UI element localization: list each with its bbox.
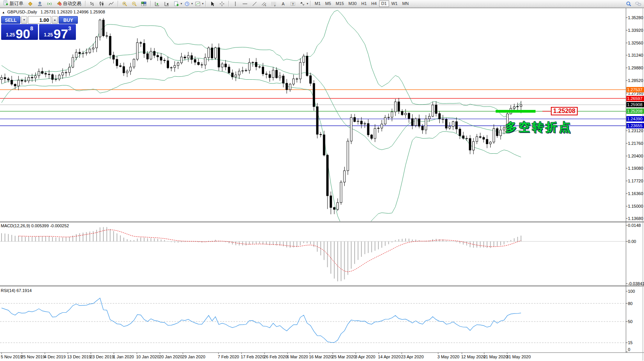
volume-decrease-button[interactable]: ▼ [21, 16, 27, 24]
price-level-tag: 1.27537 [626, 87, 644, 92]
price-axis-label: 1.28520 [628, 78, 643, 83]
price-axis-label: 1.29880 [628, 66, 643, 70]
sell-price-display[interactable]: 1.25 90 8 [1, 24, 38, 40]
bollinger-upper-band [2, 10, 521, 117]
candlestick-series [1, 18, 522, 214]
volume-input[interactable] [28, 16, 51, 24]
date-axis-label: 6 Mar 2020 [287, 354, 308, 359]
date-axis-label: 23 Dec 2019 [90, 354, 114, 359]
date-axis-label: 31 May 2020 [506, 354, 531, 359]
date-axis-label: 10 Jan 2020 [136, 354, 159, 359]
price-axis-label: 1.32560 [628, 41, 643, 45]
price-level-tag: 1.23655 [626, 123, 644, 128]
date-axis-label: 3 May 2020 [437, 354, 459, 359]
date-axis-label: 12 May 2020 [461, 354, 486, 359]
macd-scale-label: 0.00 [628, 239, 636, 244]
sell-button[interactable]: SELL [1, 16, 20, 24]
mt4-application: 新订单 自动交易 ▾ ▾ ▾ E F A T ▾ M [0, 0, 644, 361]
price-axis-label: 1.35280 [628, 15, 643, 20]
one-click-trading-panel: SELL ▼ ▲ BUY 1.25 90 8 1.25 97 3 [1, 16, 78, 40]
price-level-tag: 1.26597 [626, 96, 644, 101]
date-axis-label: 26 Feb 2020 [264, 354, 288, 359]
buy-price-display[interactable]: 1.25 97 3 [39, 24, 76, 40]
price-axis-label: 1.21760 [628, 141, 643, 146]
chart-ohlc-values: 1.25731 1.26320 1.24996 1.25908 [41, 10, 105, 14]
date-axis-label: 14 Apr 2020 [378, 354, 401, 359]
price-level-tag: 1.25908 [626, 102, 644, 107]
rsi-scale-label: 15 [628, 340, 632, 345]
macd-signal-line [18, 230, 521, 272]
date-axis-label: 25 Mar 2020 [332, 354, 356, 359]
volume-increase-button[interactable]: ▲ [52, 16, 58, 24]
highlight-price-label[interactable]: 1.25208 [551, 107, 578, 115]
price-axis-label: 1.31240 [628, 53, 643, 57]
price-level-tag: 1.24390 [626, 116, 644, 121]
price-axis-label: 1.17720 [628, 179, 643, 183]
rsi-line [2, 298, 521, 343]
price-axis-label: 1.16360 [628, 191, 643, 196]
date-axis-label: 21 May 2020 [483, 354, 508, 359]
chart-symbol-period: GBPUSD-,Daily [7, 10, 37, 14]
date-axis-label: 25 Nov 2019 [21, 354, 45, 359]
macd-scale-label: -0.038415 [628, 281, 644, 286]
date-axis-label: 4 Dec 2019 [44, 354, 66, 359]
date-axis-label: 7 Feb 2020 [218, 354, 239, 359]
bollinger-middle-band [2, 52, 521, 150]
date-axis-label: 29 Jan 2020 [182, 354, 205, 359]
highlight-level-segment [496, 110, 536, 113]
chart-annotation-text[interactable]: 多空转折点 [505, 120, 572, 135]
price-axis-label: 1.19080 [628, 166, 643, 171]
price-level-tag: 1.25208 [626, 108, 644, 114]
date-axis-label: 17 Feb 2020 [241, 354, 264, 359]
chart-canvas[interactable] [0, 0, 644, 361]
date-axis-label: 1 Jan 2020 [113, 354, 134, 359]
date-axis-label: 5 Nov 2019 [1, 354, 22, 359]
date-axis-label: 13 Dec 2019 [67, 354, 91, 359]
macd-indicator-label: MACD(12,26,9) 0.005399 -0.000252 [1, 223, 69, 228]
price-axis-label: 1.33920 [628, 28, 643, 33]
price-axis-label: 1.20400 [628, 154, 643, 158]
rsi-scale-label: 80 [628, 301, 632, 306]
rsi-indicator-label: RSI(14) 67.1914 [1, 288, 32, 293]
rsi-scale-label: 100 [628, 289, 635, 294]
date-axis-label: 16 Mar 2020 [309, 354, 333, 359]
rsi-scale-label: 0 [628, 347, 630, 352]
date-axis-label: 3 Apr 2020 [355, 354, 375, 359]
rsi-pane [0, 298, 626, 343]
collapse-triangle-icon[interactable]: ▲ [2, 11, 5, 14]
price-axis-label: 1.23120 [628, 128, 643, 133]
bollinger-lower-band [2, 70, 521, 230]
macd-pane [0, 227, 626, 281]
rsi-scale-label: 50 [628, 319, 632, 324]
chart-title: ▲ GBPUSD-,Daily 1.25731 1.26320 1.24996 … [2, 10, 105, 14]
buy-button[interactable]: BUY [59, 16, 78, 24]
price-axis-label: 1.13680 [628, 216, 643, 221]
price-axis-label: 1.15000 [628, 204, 643, 208]
date-axis-label: 23 Apr 2020 [401, 354, 424, 359]
date-axis-label: 20 Jan 2020 [159, 354, 182, 359]
macd-scale-label: 0.0148 [628, 223, 641, 228]
